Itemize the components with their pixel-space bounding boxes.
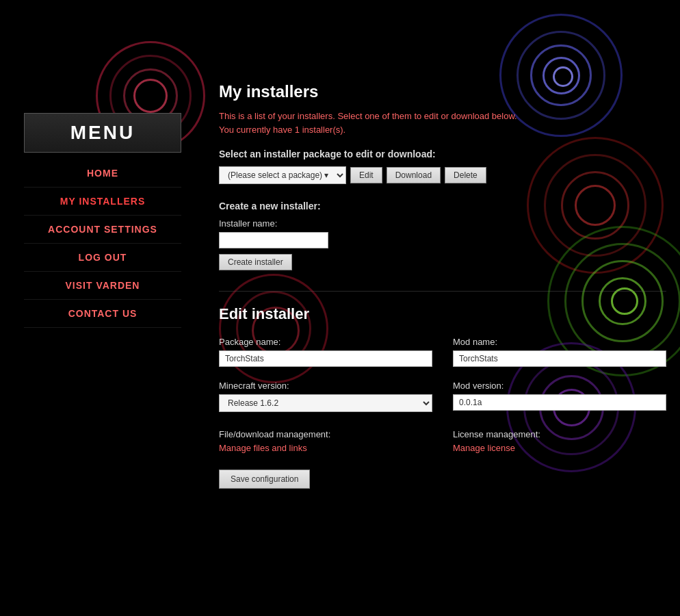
minecraft-version-label: Minecraft version:	[219, 381, 432, 391]
license-group: License management: Manage license	[453, 429, 666, 453]
edit-form-grid: Package name: Mod name: Minecraft versio…	[219, 337, 666, 453]
sidebar-item-visit-varden[interactable]: VISIT VARDEN	[24, 272, 181, 300]
installer-name-label: Installer name:	[219, 218, 666, 229]
mod-version-group: Mod version:	[453, 381, 666, 412]
create-installer-button[interactable]: Create installer	[219, 254, 292, 270]
save-configuration-button[interactable]: Save configuration	[219, 470, 310, 489]
download-button[interactable]: Download	[387, 167, 441, 183]
divider	[219, 291, 666, 292]
package-select[interactable]: (Please select a package) ▾	[219, 166, 346, 184]
package-name-label: Package name:	[219, 337, 432, 347]
mod-version-input[interactable]	[453, 394, 666, 411]
minecraft-version-select[interactable]: Release 1.6.2 Release 1.7.2 Release 1.7.…	[219, 394, 432, 412]
sidebar-item-contact-us[interactable]: CONTACT US	[24, 300, 181, 328]
installer-controls: (Please select a package) ▾ Edit Downloa…	[219, 166, 666, 184]
file-download-label: File/download management:	[219, 429, 432, 439]
mod-version-label: Mod version:	[453, 381, 666, 391]
description-text: This is a list of your installers. Selec…	[219, 110, 666, 136]
sidebar: MENU HOME MY INSTALLERS ACCOUNT SETTINGS…	[0, 0, 205, 616]
menu-title-box: MENU	[24, 113, 181, 153]
edit-installer-title: Edit installer	[219, 305, 666, 323]
create-installer-title: Create a new installer:	[219, 201, 666, 211]
delete-button[interactable]: Delete	[445, 167, 486, 183]
package-name-group: Package name:	[219, 337, 432, 367]
package-name-input[interactable]	[219, 350, 432, 367]
menu-title: MENU	[70, 122, 135, 143]
sidebar-item-log-out[interactable]: LOG OUT	[24, 244, 181, 272]
installer-name-input[interactable]	[219, 232, 328, 248]
create-installer-section: Create a new installer: Installer name: …	[219, 201, 666, 270]
sidebar-nav: HOME MY INSTALLERS ACCOUNT SETTINGS LOG …	[24, 159, 181, 328]
select-label: Select an installer package to edit or d…	[219, 149, 666, 159]
manage-files-link[interactable]: Manage files and links	[219, 443, 432, 453]
main-content: My installers This is a list of your ins…	[205, 0, 680, 616]
file-download-group: File/download management: Manage files a…	[219, 429, 432, 453]
manage-license-link[interactable]: Manage license	[453, 443, 666, 453]
edit-installer-section: Edit installer Package name: Mod name: M…	[219, 305, 666, 489]
mod-name-input[interactable]	[453, 350, 666, 367]
description-line1: This is a list of your installers. Selec…	[219, 111, 517, 121]
mod-name-label: Mod name:	[453, 337, 666, 347]
mod-name-group: Mod name:	[453, 337, 666, 367]
license-label: License management:	[453, 429, 666, 439]
sidebar-item-home[interactable]: HOME	[24, 159, 181, 188]
sidebar-item-account-settings[interactable]: ACCOUNT SETTINGS	[24, 216, 181, 244]
description-line2: You currently have 1 installer(s).	[219, 125, 345, 135]
minecraft-version-group: Minecraft version: Release 1.6.2 Release…	[219, 381, 432, 412]
sidebar-item-my-installers[interactable]: MY INSTALLERS	[24, 188, 181, 216]
page-title: My installers	[219, 82, 666, 101]
edit-button[interactable]: Edit	[350, 167, 382, 183]
